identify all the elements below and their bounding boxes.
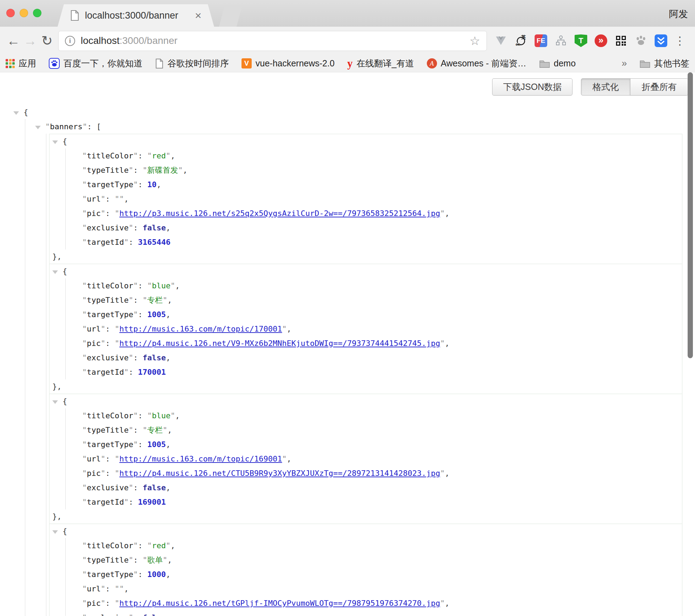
other-bookmarks-folder[interactable]: 其他书签 [640, 58, 689, 69]
json-quote: " [82, 310, 87, 319]
json-punct: }, [52, 512, 62, 521]
json-punct: , [287, 454, 291, 463]
collapse-toggle-icon[interactable] [35, 126, 41, 129]
scrollbar-thumb[interactable] [688, 72, 693, 358]
json-punct: , [166, 483, 170, 492]
json-key: url [87, 325, 101, 333]
page-favicon-icon [70, 10, 79, 21]
json-punct: : [105, 339, 115, 348]
json-link-url[interactable]: http://music.163.com/m/topic/170001 [119, 325, 282, 333]
zoom-window-button[interactable] [33, 9, 41, 17]
banner-object-box: {"titleColor": "blue","typeTitle": "专栏",… [49, 264, 682, 394]
site-info-icon[interactable]: i [65, 36, 75, 46]
new-tab-button[interactable] [219, 6, 242, 27]
thunder-download-extension-icon[interactable] [655, 34, 667, 47]
profile-name[interactable]: 阿发 [669, 8, 688, 20]
json-punct: , [445, 209, 449, 218]
bookmark-item-6[interactable]: AAwesomes - 前端资… [427, 58, 527, 69]
minimize-window-button[interactable] [20, 9, 28, 17]
bookmark-label: 其他书签 [654, 58, 689, 69]
json-punct: : [138, 541, 147, 550]
json-quote: " [82, 440, 87, 449]
json-link-url[interactable]: http://music.163.com/m/topic/169001 [119, 454, 282, 463]
bookmark-item-2[interactable]: 百度一下，你就知道 [49, 58, 143, 69]
collapse-toggle-icon[interactable] [13, 111, 19, 115]
forward-button[interactable]: → [22, 34, 39, 47]
json-link-pic[interactable]: http://p4.music.126.net/V9-MXz6b2MNhEKju… [119, 339, 440, 348]
json-number-value: 170001 [138, 368, 166, 376]
json-punct: { [62, 267, 67, 276]
sitemap-extension-icon[interactable] [555, 34, 567, 47]
collapse-all-button[interactable]: 折叠所有 [630, 78, 688, 96]
back-button[interactable]: ← [5, 34, 22, 47]
collapse-toggle-icon[interactable] [52, 400, 58, 404]
browser-menu-icon[interactable]: ⋮ [674, 34, 686, 47]
json-link-pic[interactable]: http://p4.music.126.net/tGPljf-IMOCyPvum… [119, 599, 440, 608]
json-punct: }, [52, 252, 62, 261]
json-punct: { [62, 527, 67, 536]
json-string-value: blue [152, 281, 171, 290]
bookmark-item-5[interactable]: y在线翻译_有道 [347, 58, 414, 69]
bookmark-label: 在线翻译_有道 [357, 58, 414, 69]
vue-devtools-extension-icon[interactable] [495, 34, 507, 47]
json-punct: : [105, 469, 115, 478]
json-quote: " [82, 166, 87, 175]
tab-title: localhost:3000/banner [85, 10, 189, 21]
json-key: targetId [87, 238, 124, 247]
json-punct: { [24, 108, 28, 117]
json-quote: " [166, 151, 170, 160]
json-punct: , [445, 339, 449, 348]
json-quote: " [115, 599, 119, 608]
close-window-button[interactable] [6, 9, 15, 17]
json-quote: " [128, 296, 133, 304]
qr-code-extension-icon[interactable] [615, 34, 627, 47]
tab-close-icon[interactable]: × [195, 10, 201, 21]
json-link-pic[interactable]: http://p4.music.126.net/CTU5B9R9y3XyYBZX… [119, 469, 440, 478]
paw-extension-icon[interactable] [635, 34, 647, 47]
bookmark-item-4[interactable]: Vvue-hackernews-2.0 [241, 58, 335, 68]
json-quote: " [82, 339, 87, 348]
fe-helper-extension-icon[interactable]: FE [535, 34, 547, 47]
json-key: typeTitle [87, 166, 128, 175]
collapse-toggle-icon[interactable] [52, 270, 58, 274]
banner-object-box: {"titleColor": "red","typeTitle": "歌单","… [49, 524, 682, 616]
json-punct: , [166, 353, 170, 362]
tampermonkey-extension-icon[interactable]: T [575, 34, 587, 47]
json-line: "pic": "http://p3.music.126.net/s25q2x5Q… [82, 206, 682, 221]
bookmark-item-1[interactable]: 应用 [6, 58, 36, 69]
collapse-toggle-icon[interactable] [52, 140, 58, 144]
json-link-pic[interactable]: http://p3.music.126.net/s25q2x5QygsAzilC… [119, 209, 440, 218]
json-punct: : [105, 209, 115, 218]
json-quote: " [128, 483, 133, 492]
json-punct: , [166, 440, 170, 449]
collapse-toggle-icon[interactable] [52, 530, 58, 534]
bookmark-star-icon[interactable]: ☆ [470, 34, 480, 48]
json-quote: " [82, 613, 87, 616]
browser-tab[interactable]: localhost:3000/banner × [58, 4, 214, 27]
download-json-button[interactable]: 下载JSON数据 [492, 78, 572, 96]
json-key: targetType [87, 440, 133, 449]
reload-button[interactable]: ↻ [39, 34, 55, 47]
json-quote: " [128, 556, 133, 564]
json-quote: " [115, 584, 119, 593]
format-button[interactable]: 格式化 [581, 78, 630, 96]
youdao-y-icon: y [347, 58, 353, 69]
translate-extension-icon[interactable]: 英en [515, 34, 527, 47]
url-text[interactable]: localhost:3000/banner [81, 35, 178, 46]
json-punct: : [128, 368, 138, 376]
video-downloader-extension-icon[interactable]: » [595, 34, 607, 47]
json-tree: {"banners": [{"titleColor": "red","typeT… [0, 105, 695, 616]
bookmark-item-3[interactable]: 谷歌按时间排序 [155, 58, 229, 69]
json-punct: : [128, 238, 138, 247]
json-boolean-value: false [143, 353, 166, 362]
json-line: "pic": "http://p4.music.126.net/tGPljf-I… [82, 596, 682, 610]
json-punct: : [133, 556, 143, 564]
bookmarks-overflow-chevron[interactable]: » [622, 58, 627, 69]
json-punct: : [133, 166, 143, 175]
bookmark-item-7[interactable]: demo [539, 58, 576, 68]
json-line: "exclusive": false, [82, 221, 682, 235]
json-punct: { [62, 137, 67, 146]
url-host: localhost [81, 35, 120, 46]
address-bar[interactable]: i localhost:3000/banner ☆ [58, 31, 487, 51]
bookmark-label: 百度一下，你就知道 [64, 58, 143, 69]
